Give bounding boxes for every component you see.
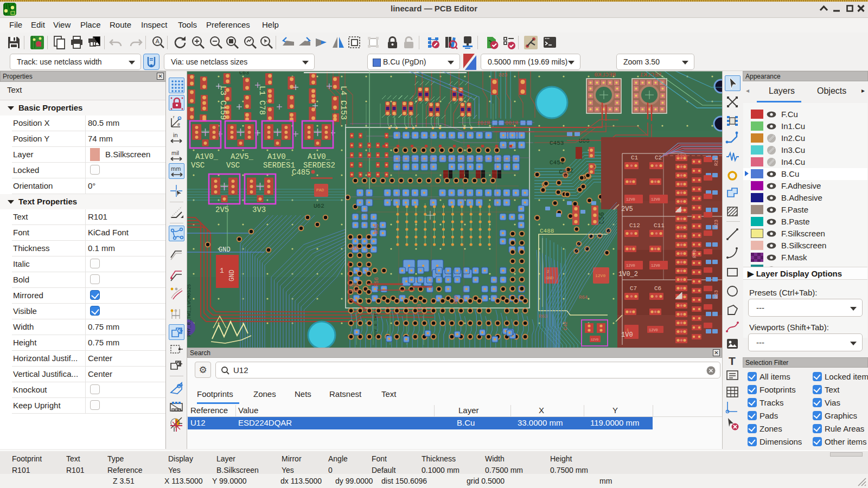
svg-text:C12: C12 [629, 222, 640, 229]
svg-text:A2V5_: A2V5_ [231, 152, 254, 161]
svg-text:r: r [173, 114, 175, 119]
svg-text:R60: R60 [350, 288, 359, 294]
svg-text:L1 C78: L1 C78 [257, 86, 266, 115]
svg-text:C31: C31 [417, 304, 422, 312]
svg-text:R21: R21 [676, 153, 686, 159]
svg-text:12V0: 12V0 [626, 264, 635, 268]
svg-text:C63: C63 [239, 71, 249, 76]
svg-text:R101: R101 [477, 120, 490, 126]
svg-text:R51: R51 [563, 169, 569, 177]
svg-text:R70: R70 [692, 249, 698, 258]
svg-text:R59: R59 [454, 296, 459, 304]
svg-text:L4 C153: L4 C153 [339, 86, 348, 120]
svg-text:C2: C2 [655, 155, 662, 161]
svg-text:R21: R21 [714, 157, 719, 166]
svg-text:R64: R64 [579, 295, 588, 300]
svg-text:BUY_0_TMI: BUY_0_TMI [373, 313, 378, 337]
svg-text:mm: mm [171, 165, 181, 172]
svg-text:3V3: 3V3 [252, 206, 266, 214]
svg-text:R50: R50 [350, 283, 359, 288]
svg-text:RECLK0: RECLK0 [594, 72, 616, 78]
svg-text:SERDES1: SERDES1 [263, 161, 295, 170]
svg-text:T: T [729, 355, 736, 367]
svg-text:PHY_0_TWI_LVCMOS25: PHY_0_TWI_LVCMOS25 [187, 284, 192, 337]
svg-text:C454: C454 [550, 159, 564, 166]
svg-text:C55: C55 [499, 73, 507, 78]
svg-text:C485: C485 [292, 168, 310, 177]
svg-text:2V5: 2V5 [621, 206, 633, 213]
svg-text:C6: C6 [654, 285, 661, 292]
svg-text:C42: C42 [563, 322, 569, 330]
svg-text:12V0: 12V0 [651, 197, 660, 202]
svg-text:mil: mil [171, 150, 179, 156]
svg-text:1V0_2: 1V0_2 [618, 271, 638, 278]
svg-text:C1: C1 [631, 155, 639, 161]
svg-text:VSC: VSC [226, 161, 240, 170]
svg-text:12V0: 12V0 [651, 264, 660, 268]
svg-text:12V0: 12V0 [649, 328, 658, 332]
svg-text:A1V0_: A1V0_ [308, 152, 331, 161]
svg-text:12V0: 12V0 [591, 338, 599, 342]
svg-text:1: 1 [220, 267, 224, 275]
svg-text:θ: θ [177, 122, 180, 127]
svg-text:C488: C488 [540, 228, 554, 234]
svg-text:L3 C159: L3 C159 [218, 86, 227, 120]
svg-text:U62: U62 [314, 203, 324, 209]
svg-text:C453: C453 [550, 140, 564, 146]
svg-text:A1V0_: A1V0_ [267, 152, 291, 161]
svg-text:R100: R100 [505, 120, 518, 126]
svg-text:in: in [173, 132, 178, 138]
svg-text:12V0: 12V0 [626, 197, 635, 202]
svg-text:1V0: 1V0 [621, 331, 633, 339]
svg-text:VSC: VSC [191, 161, 205, 170]
svg-text:U60: U60 [579, 138, 590, 144]
svg-text:R55: R55 [374, 224, 380, 234]
svg-text:C35: C35 [350, 246, 359, 252]
svg-text:A1V0_: A1V0_ [195, 152, 219, 161]
svg-text:A: A [156, 38, 160, 44]
svg-text:PAD: PAD [316, 188, 324, 192]
svg-text:C11: C11 [654, 222, 665, 229]
svg-text:GND: GND [228, 269, 236, 281]
svg-text:GND: GND [219, 246, 231, 254]
svg-text:C7: C7 [630, 285, 637, 292]
svg-text:R53: R53 [714, 290, 719, 299]
svg-text:12V0: 12V0 [595, 273, 605, 278]
svg-text:R56: R56 [374, 277, 380, 287]
svg-text:2: 2 [547, 269, 549, 274]
svg-text:R23: R23 [714, 220, 719, 228]
